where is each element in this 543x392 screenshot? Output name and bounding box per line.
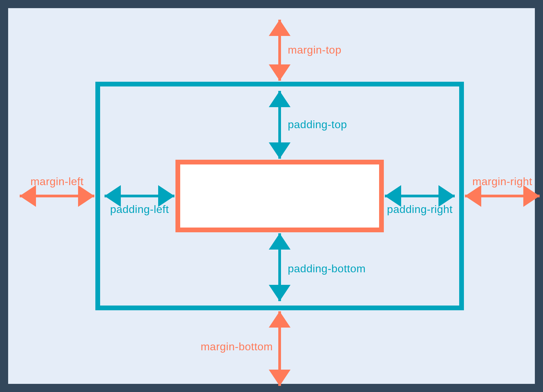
label-padding-bottom: padding-bottom bbox=[288, 262, 366, 275]
outer-frame: margin-top margin-bottom margin-left mar… bbox=[0, 0, 543, 392]
content-box bbox=[178, 162, 381, 230]
label-padding-left: padding-left bbox=[110, 203, 169, 215]
label-margin-right: margin-right bbox=[472, 175, 532, 188]
label-margin-top: margin-top bbox=[288, 44, 341, 56]
label-margin-left: margin-left bbox=[31, 175, 84, 188]
label-margin-bottom: margin-bottom bbox=[201, 340, 273, 353]
box-model-diagram: margin-top margin-bottom margin-left mar… bbox=[16, 16, 543, 392]
label-padding-top: padding-top bbox=[288, 118, 347, 131]
label-padding-right: padding-right bbox=[387, 203, 452, 215]
